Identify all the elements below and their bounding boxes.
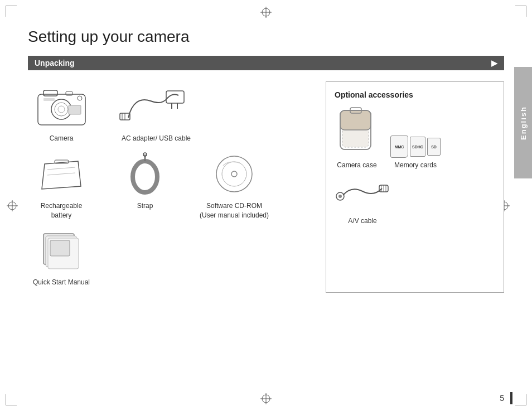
optional-row-1: Camera case MMC SDHC SD Memory cards: [335, 108, 495, 169]
items-area: Camera: [28, 81, 504, 293]
item-strap: Strap: [112, 149, 178, 211]
av-cable-label: A/V cable: [348, 217, 376, 225]
ac-adapter-icon: [114, 81, 198, 132]
svg-point-16: [58, 106, 65, 113]
quickstart-label: Quick Start Manual: [33, 278, 90, 287]
optional-item-av-cable: A/V cable: [335, 177, 390, 225]
camera-label: Camera: [50, 134, 74, 143]
crosshair-bottom: [260, 393, 272, 404]
svg-point-32: [137, 166, 153, 188]
svg-line-29: [47, 173, 75, 175]
section-label: Unpacking: [35, 59, 75, 67]
mmc-card: MMC: [390, 136, 408, 158]
svg-point-48: [338, 195, 342, 198]
optional-title: Optional accessories: [335, 90, 495, 99]
items-row-1: Camera: [28, 81, 315, 143]
ac-adapter-label: AC adapter/ USB cable: [122, 134, 191, 143]
item-battery: Rechargeablebattery: [28, 149, 95, 220]
svg-rect-19: [43, 98, 55, 101]
corner-mark-tl: [6, 6, 17, 17]
svg-rect-13: [43, 90, 57, 96]
section-arrow-icon: ▶: [491, 59, 497, 67]
memory-cards-label: Memory cards: [394, 161, 437, 169]
cdrom-label: Software CD-ROM(User manual included): [200, 201, 269, 220]
item-cdrom: Software CD-ROM(User manual included): [195, 149, 273, 220]
crosshair-top: [260, 7, 272, 18]
svg-rect-17: [66, 91, 72, 95]
memory-cards-group: MMC SDHC SD: [390, 136, 441, 158]
unpacking-items: Camera: [28, 81, 315, 293]
corner-mark-tr: [515, 6, 526, 17]
corner-mark-br: [515, 394, 526, 405]
language-sidebar: English: [514, 67, 532, 178]
main-content: Setting up your camera Unpacking ▶: [28, 28, 504, 394]
items-row-2: Rechargeablebattery: [28, 149, 315, 220]
svg-point-36: [222, 162, 246, 186]
battery-icon: [33, 149, 89, 199]
item-ac-adapter: AC adapter/ USB cable: [112, 81, 201, 143]
page-number: 5: [500, 394, 504, 403]
svg-rect-20: [69, 105, 81, 114]
optional-item-memory-cards: MMC SDHC SD Memory cards: [390, 136, 441, 169]
battery-label: Rechargeablebattery: [41, 201, 83, 220]
strap-label: Strap: [137, 201, 153, 211]
corner-mark-bl: [6, 394, 17, 405]
svg-point-18: [78, 96, 82, 100]
optional-accessories-box: Optional accessories: [326, 81, 504, 293]
item-quickstart: Quick Start Manual: [28, 225, 95, 287]
items-row-3: Quick Start Manual: [28, 225, 315, 287]
page-title: Setting up your camera: [28, 28, 504, 46]
camera-case-label: Camera case: [337, 161, 376, 169]
quickstart-icon: [33, 225, 89, 275]
svg-point-37: [231, 171, 237, 177]
sdhc-card: SDHC: [410, 137, 425, 157]
page-number-bar: [510, 392, 512, 404]
svg-rect-41: [50, 240, 70, 256]
svg-point-15: [55, 103, 68, 116]
section-header: Unpacking ▶: [28, 56, 504, 70]
sd-card: SD: [427, 138, 441, 156]
language-label: English: [519, 106, 528, 140]
optional-row-2: A/V cable: [335, 177, 495, 225]
strap-icon: [117, 149, 173, 199]
optional-item-camera-case: Camera case: [335, 108, 379, 169]
cdrom-icon: [206, 149, 262, 199]
svg-line-28: [47, 167, 75, 170]
crosshair-left: [7, 200, 18, 211]
item-camera: Camera: [28, 81, 95, 143]
camera-icon: [33, 81, 89, 132]
